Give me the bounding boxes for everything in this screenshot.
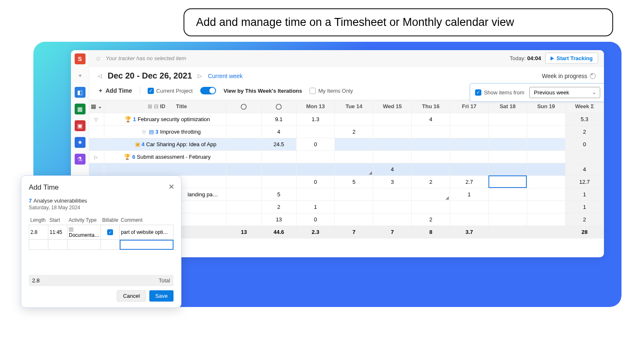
add-time-dialog: ✕ Add Time 7Analyse vulnerabilities Satu… — [21, 175, 181, 308]
activity-color-icon — [69, 227, 73, 232]
checkbox-on-icon: ✓ — [148, 88, 154, 94]
dialog-title: Add Time — [29, 183, 174, 192]
col-thu: Thu 16 — [412, 100, 450, 113]
table-row[interactable]: ▷ 🏆 6Submit assessment - February — [89, 150, 604, 163]
doc-icon: ▤ — [149, 129, 154, 135]
nav-excel-icon[interactable]: ▦ — [75, 104, 86, 114]
dialog-row-empty[interactable] — [29, 240, 174, 250]
trophy-icon: 🏆 — [125, 116, 131, 122]
note-icon: ▣ — [135, 141, 140, 147]
col-user-icon: ◯ — [262, 100, 297, 113]
table-row[interactable]: ▣ 4Car Sharing App: Idea of App 24.5 0 0 — [89, 138, 604, 150]
toolbar: ＋ Add Time ✓ Current Project View by Thi… — [89, 85, 604, 100]
checkbox-off-icon — [309, 88, 316, 94]
col-id-title: ⊞ ⊟ ID Title — [104, 100, 226, 113]
show-items-from-checkbox[interactable]: ✓ Show items from — [475, 89, 524, 96]
tracker-bar: ☺ Your tracker has no selected item Toda… — [89, 50, 604, 67]
next-week-icon[interactable]: ▷ — [198, 73, 202, 79]
caret-right-icon[interactable]: ▷ — [94, 155, 98, 160]
date-range: Dec 20 - Dec 26, 2021 — [108, 71, 192, 81]
nav-lab-icon[interactable]: ⚗ — [75, 154, 86, 165]
col-start: Start — [48, 216, 68, 225]
col-mon: Mon 13 — [296, 100, 335, 113]
my-items-checkbox[interactable]: My Items Only — [309, 88, 353, 94]
dialog-total-row: 2.8 Total — [29, 275, 174, 286]
dialog-table: Length Start Activity Type Billable Comm… — [29, 216, 174, 250]
col-est-icon: ◯ — [226, 100, 262, 113]
checkbox-on-icon: ✓ — [475, 89, 481, 96]
row-menu-header[interactable]: ▤ ⌄ — [89, 100, 104, 113]
table-row[interactable]: ▽ ▤ 3Improve throtting 4 2 2 — [89, 125, 604, 138]
length-cell[interactable] — [29, 240, 48, 250]
close-icon[interactable]: ✕ — [169, 183, 174, 191]
total-value: 2.8 — [32, 277, 53, 284]
dialog-actions: Cancel Save — [29, 290, 174, 302]
col-week: Week Σ — [565, 100, 604, 113]
trophy-icon: 🏆 — [124, 154, 131, 160]
length-cell[interactable]: 2.8 — [29, 225, 48, 240]
col-sat: Sat 18 — [488, 100, 527, 113]
add-icon[interactable]: ＋ — [75, 70, 86, 81]
play-icon — [551, 56, 554, 61]
start-cell[interactable]: 11:45 — [48, 225, 68, 240]
view-toggle-label: View by This Week's Iterations — [224, 88, 302, 94]
table-row[interactable]: 4 4 — [89, 163, 604, 175]
table-row[interactable]: ▽ 🏆 1February security optimization 9.1 … — [89, 113, 604, 125]
col-comment: Comment — [120, 216, 174, 225]
start-cell[interactable] — [48, 240, 68, 250]
col-tue: Tue 14 — [335, 100, 373, 113]
col-wed: Wed 15 — [373, 100, 412, 113]
view-toggle[interactable] — [200, 87, 216, 94]
today-time: 04:04 — [527, 55, 541, 61]
nav-people-icon[interactable]: ✷ — [75, 137, 86, 148]
today-text: Today: — [510, 55, 526, 61]
total-label: Total — [53, 277, 170, 284]
week-status: Week in progress — [542, 73, 596, 79]
previous-week-select[interactable]: Previous week — [529, 87, 600, 98]
save-button[interactable]: Save — [149, 290, 174, 302]
caret-down-icon[interactable]: ▽ — [94, 117, 98, 122]
billable-cell[interactable]: ✓ — [101, 225, 120, 240]
activity-cell[interactable] — [68, 240, 101, 250]
start-tracking-button[interactable]: Start Tracking — [545, 53, 598, 64]
cancel-button[interactable]: Cancel — [117, 290, 146, 302]
activity-cell[interactable]: Documenta… — [68, 225, 101, 240]
today-label: Today: 04:04 — [510, 55, 541, 61]
date-row: ◁ Dec 20 - Dec 26, 2021 ▷ Current week W… — [89, 67, 604, 85]
grid-header-row: ▤ ⌄ ⊞ ⊟ ID Title ◯ ◯ Mon 13 Tue 14 Wed 1… — [89, 100, 604, 113]
caret-down-icon[interactable]: ▽ — [142, 129, 146, 135]
dialog-date: Saturday, 18 May 2024 — [29, 205, 174, 211]
current-week-link[interactable]: Current week — [208, 73, 242, 79]
dialog-item: 7Analyse vulnerabilities — [29, 198, 174, 204]
comment-cell[interactable]: part of website opti… — [120, 225, 174, 240]
nav-powerpoint-icon[interactable]: ▣ — [75, 120, 86, 131]
comment-input[interactable] — [120, 240, 174, 250]
add-time-button[interactable]: ＋ Add Time — [98, 87, 132, 94]
prev-week-icon[interactable]: ◁ — [98, 73, 102, 79]
show-items-from-box: ✓ Show items from Previous week — [470, 83, 604, 102]
start-tracking-label: Start Tracking — [556, 55, 593, 61]
focused-cell[interactable] — [488, 175, 527, 188]
checkbox-on-icon: ✓ — [107, 229, 113, 235]
tracker-placeholder[interactable]: Your tracker has no selected item — [106, 55, 506, 61]
tracker-face-icon: ☺ — [95, 55, 101, 62]
col-length: Length — [29, 216, 48, 225]
status-dot-icon — [590, 73, 596, 79]
current-project-checkbox[interactable]: ✓ Current Project — [148, 88, 193, 94]
billable-cell[interactable] — [101, 240, 120, 250]
week-status-label: Week in progress — [542, 73, 587, 79]
col-billable: Billable — [101, 216, 120, 225]
col-activity: Activity Type — [68, 216, 101, 225]
page-heading: Add and manage time on a Timesheet or Mo… — [184, 8, 613, 36]
app-logo-icon[interactable]: S — [75, 53, 86, 64]
dialog-row[interactable]: 2.8 11:45 Documenta… ✓ part of website o… — [29, 225, 174, 240]
col-fri: Fri 17 — [450, 100, 488, 113]
col-sun: Sun 19 — [527, 100, 565, 113]
nav-dashboard-icon[interactable]: ◧ — [75, 87, 86, 98]
expand-tool-icon[interactable]: ⊞ ⊟ — [148, 103, 158, 109]
